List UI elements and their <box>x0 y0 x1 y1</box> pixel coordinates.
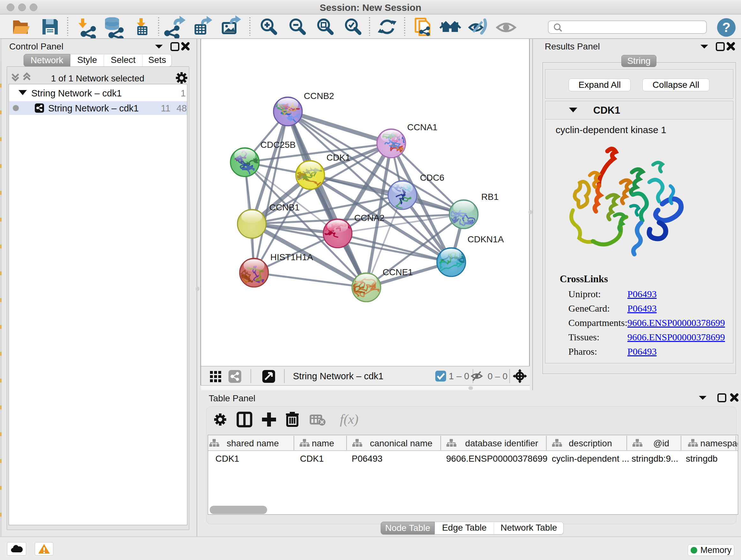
svg-text:CCNE1: CCNE1 <box>383 267 413 277</box>
svg-text:String Network – cdk1: String Network – cdk1 <box>293 371 384 381</box>
svg-text:CCNA1: CCNA1 <box>407 122 437 132</box>
svg-text:CDC6: CDC6 <box>420 173 444 183</box>
svg-text:0 – 0: 0 – 0 <box>488 371 508 381</box>
svg-text:CCNA2: CCNA2 <box>354 213 385 223</box>
svg-text:HIST1H1A: HIST1H1A <box>270 252 313 262</box>
svg-text:shared name: shared name <box>226 438 279 448</box>
svg-text:description: description <box>569 438 612 448</box>
svg-text:CDC25B: CDC25B <box>260 140 295 150</box>
svg-text:database identifier: database identifier <box>465 438 538 448</box>
svg-text:CCNB1: CCNB1 <box>269 202 300 212</box>
svg-text:CCNB2: CCNB2 <box>304 91 334 101</box>
svg-text:canonical name: canonical name <box>370 438 432 448</box>
svg-text:?: ? <box>722 20 731 35</box>
svg-text:CDKN1A: CDKN1A <box>468 234 504 244</box>
svg-text:f(x): f(x) <box>340 412 358 427</box>
svg-text:@id: @id <box>653 438 669 448</box>
svg-text:1 – 0: 1 – 0 <box>449 371 469 381</box>
svg-text:CDK1: CDK1 <box>327 152 350 163</box>
svg-text:name: name <box>312 438 334 448</box>
svg-text:RB1: RB1 <box>481 192 498 202</box>
svg-text:namespace: namespace <box>700 438 738 448</box>
